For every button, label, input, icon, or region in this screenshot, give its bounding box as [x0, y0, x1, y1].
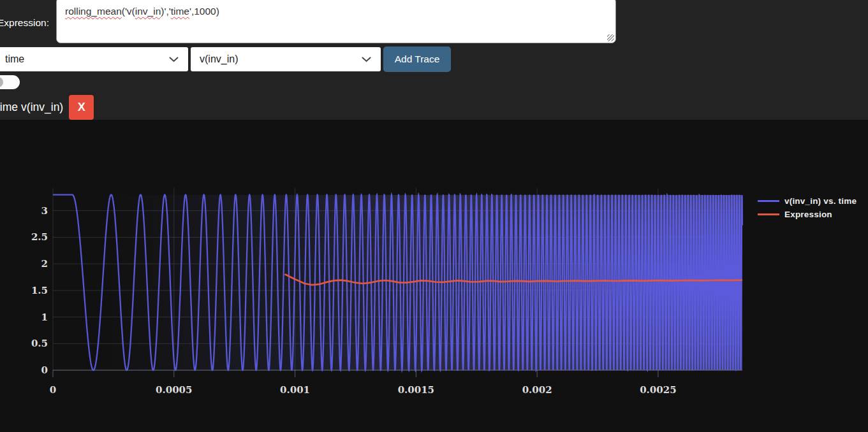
- add-trace-button[interactable]: Add Trace: [383, 47, 451, 72]
- y-tick-label: 1.5: [31, 285, 48, 296]
- chart-legend: v(inv_in) vs. time Expression: [758, 194, 857, 221]
- x-tick-label: 0.0005: [156, 384, 192, 396]
- legend-item-v-inv-in[interactable]: v(inv_in) vs. time: [758, 194, 857, 208]
- x-tick-label: 0.001: [280, 384, 310, 396]
- expression-text-segment: ('v(: [122, 6, 135, 17]
- legend-line-swatch-blue: [758, 200, 779, 202]
- controls-panel: Expression: rolling_mean('v(inv_in)','ti…: [0, 0, 868, 120]
- x-tick-label: 0.002: [522, 384, 552, 396]
- expression-text-segment: rolling_mean: [65, 6, 122, 17]
- x-tick-label: 0: [50, 384, 56, 396]
- remove-trace-button[interactable]: X: [69, 95, 94, 120]
- expression-input[interactable]: rolling_mean('v(inv_in)','time',1000): [56, 0, 616, 43]
- chevron-down-icon: [169, 57, 179, 62]
- y-tick-label: 1: [41, 312, 48, 323]
- visibility-toggle[interactable]: [0, 75, 20, 89]
- y-variable-value: v(inv_in): [200, 54, 238, 65]
- legend-item-expression[interactable]: Expression: [758, 208, 857, 221]
- x-variable-select[interactable]: time: [0, 47, 188, 71]
- expression-text-segment: )',': [161, 6, 170, 17]
- legend-label: v(inv_in) vs. time: [784, 196, 857, 206]
- legend-line-swatch-orange: [758, 213, 779, 215]
- trace-chip-x-label: time: [0, 101, 18, 114]
- expression-text-segment: time: [171, 6, 189, 17]
- x-variable-value: time: [5, 54, 24, 65]
- x-tick-label: 0.0025: [640, 384, 676, 396]
- expression-text-segment: inv_in: [135, 6, 161, 17]
- x-tick-label: 0.0015: [398, 384, 434, 396]
- expression-label: Expression:: [0, 17, 49, 29]
- y-tick-label: 2: [41, 258, 48, 270]
- resize-handle-icon[interactable]: [607, 34, 614, 41]
- y-tick-label: 0.5: [31, 338, 48, 349]
- y-tick-label: 0: [41, 364, 48, 376]
- y-tick-label: 3: [41, 205, 48, 217]
- expression-text-segment: ',1000): [189, 6, 219, 17]
- trace-chip: time v(inv_in) X: [0, 94, 94, 120]
- chart-area: 00.511.522.5300.00050.0010.00150.0020.00…: [0, 120, 868, 432]
- trace-chip-y-label: v(inv_in): [21, 101, 63, 114]
- y-tick-label: 2.5: [31, 231, 48, 243]
- chevron-down-icon: [362, 57, 371, 62]
- y-variable-select[interactable]: v(inv_in): [191, 47, 381, 71]
- plot-svg[interactable]: 00.511.522.5300.00050.0010.00150.0020.00…: [0, 120, 868, 432]
- legend-label: Expression: [784, 210, 832, 219]
- toggle-knob: [0, 77, 3, 87]
